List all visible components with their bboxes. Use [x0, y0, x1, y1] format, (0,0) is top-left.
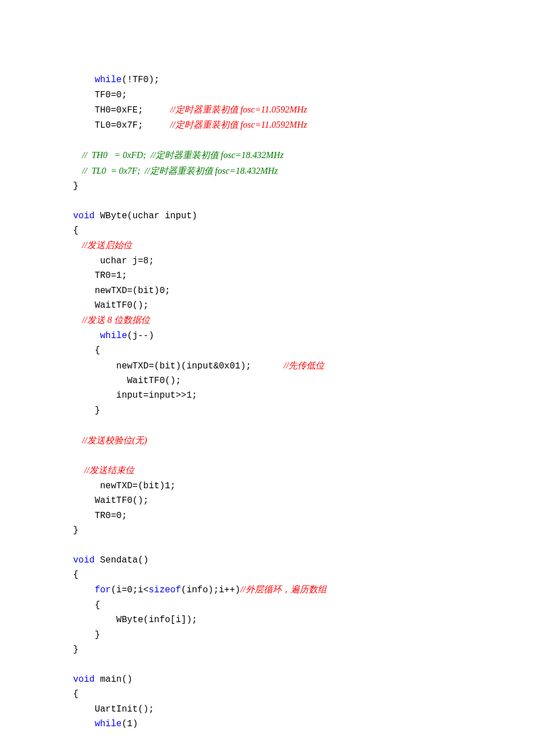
- code-line: {: [73, 600, 100, 610]
- code-line: TR0=0;: [73, 511, 127, 521]
- code-line: }: [73, 181, 79, 191]
- code-line: {: [73, 689, 79, 699]
- code-line: UartInit();: [73, 704, 154, 714]
- code-line: while(!TF0);: [73, 75, 160, 85]
- code-line: TH0=0xFE; //定时器重装初值 fosc=11.0592MHz: [73, 105, 307, 115]
- code-line: // TH0 = 0xFD; //定时器重装初值 fosc=18.432MHz: [73, 151, 283, 161]
- code-line: WaitTF0();: [73, 300, 148, 310]
- code-line: //发送 8 位数据位: [73, 316, 150, 326]
- code-line: TF0=0;: [73, 90, 127, 100]
- code-line: while(j--): [73, 331, 154, 341]
- code-line: //发送校验位(无): [73, 436, 147, 446]
- code-line: WaitTF0();: [73, 376, 181, 386]
- code-line: // TL0 = 0x7F; //定时器重装初值 fosc=18.432MHz: [73, 166, 278, 177]
- code-line: void Sendata(): [73, 555, 148, 565]
- code-line: {: [73, 345, 100, 356]
- code-line: //发送结束位: [73, 466, 134, 476]
- code-line: while(1): [73, 719, 138, 729]
- code-line: for(i=0;i<sizeof(info);i++)//外层循环，遍历数组: [73, 585, 327, 595]
- code-line: }: [73, 630, 100, 640]
- code-line: TR0=1;: [73, 271, 127, 281]
- code-line: TL0=0x7F; //定时器重装初值 fosc=11.0592MHz: [73, 120, 307, 130]
- code-line: WaitTF0();: [73, 496, 148, 506]
- code-line: void main(): [73, 674, 133, 685]
- code-line: newTXD=(bit)(input&0x01); //先传低位: [73, 361, 324, 371]
- code-line: }: [73, 406, 100, 416]
- code-line: //发送启始位: [73, 241, 132, 251]
- code-line: uchar j=8;: [73, 256, 154, 266]
- code-line: newTXD=(bit)1;: [73, 481, 175, 491]
- code-line: void WByte(uchar input): [73, 211, 197, 221]
- code-line: input=input>>1;: [73, 390, 197, 400]
- code-line: {: [73, 226, 79, 236]
- code-line: WByte(info[i]);: [73, 615, 197, 625]
- code-line: newTXD=(bit)0;: [73, 286, 170, 296]
- code-line: }: [73, 645, 79, 655]
- code-block: while(!TF0); TF0=0; TH0=0xFE; //定时器重装初值 …: [73, 73, 495, 731]
- code-line: {: [73, 570, 79, 580]
- code-line: }: [73, 525, 79, 536]
